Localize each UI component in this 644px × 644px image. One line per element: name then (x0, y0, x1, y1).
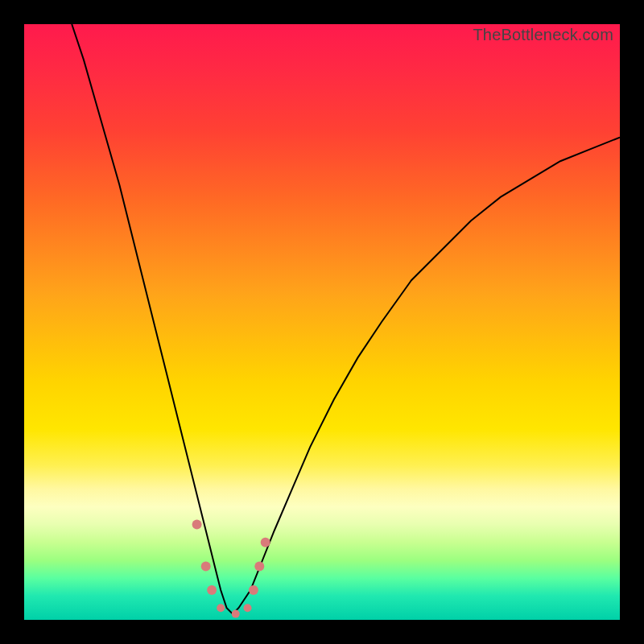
valley-marker (232, 610, 240, 618)
valley-marker (254, 561, 264, 571)
chart-frame: TheBottleneck.com (0, 0, 644, 644)
valley-marker (261, 538, 270, 547)
valley-marker (217, 604, 225, 612)
valley-marker (244, 604, 252, 612)
valley-marker (207, 585, 217, 595)
valley-marker (249, 585, 258, 595)
valley-marker (192, 520, 202, 530)
valley-markers (192, 520, 270, 618)
curve-svg (24, 24, 620, 620)
plot-area: TheBottleneck.com (24, 24, 620, 620)
valley-marker (201, 561, 211, 571)
bottleneck-curve (72, 24, 620, 614)
